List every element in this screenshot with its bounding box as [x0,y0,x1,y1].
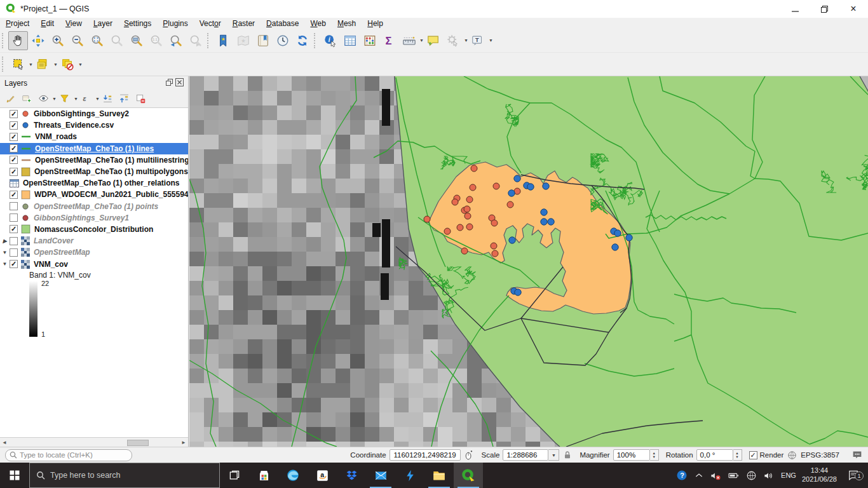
layer-item[interactable]: ▼✓OpenStreetMap [0,247,188,258]
layer-visibility-checkbox[interactable]: ✓ [10,214,18,222]
lock-scale-icon[interactable] [562,450,573,460]
rotation-spin-arrows[interactable]: ▲▼ [733,449,742,461]
toolbar-grip[interactable] [2,33,5,48]
open-attribute-table-button[interactable] [340,31,360,50]
layer-visibility-checkbox[interactable]: ✓ [10,144,18,152]
layer-name[interactable]: WDPA_WDOECM_Jun2021_Public_555594 [34,190,188,199]
deselect-features-button[interactable] [58,55,78,74]
layer-expander-icon[interactable]: ▼ [0,261,10,267]
pan-to-selection-button[interactable] [28,31,48,50]
refresh-map-button[interactable] [292,31,312,50]
select-features-button[interactable] [8,55,28,74]
filter-by-expression-button[interactable]: ε [78,92,95,107]
layer-visibility-checkbox[interactable]: ✓ [10,156,18,164]
layer-name[interactable]: NomascusConcolor_Distribution [34,225,154,234]
layer-expander-icon[interactable]: ▶ [0,238,10,244]
select-features-dropdown-icon[interactable]: ▼ [29,62,33,67]
layer-visibility-checkbox[interactable]: ✓ [10,191,18,199]
layer-visibility-checkbox[interactable]: ✓ [10,121,18,130]
taskbar-qgis-icon[interactable] [454,463,483,488]
layer-name[interactable]: LandCover [34,236,75,245]
layer-item[interactable]: ✓GibbonSightings_Survey2 [0,108,188,119]
layer-item[interactable]: ✓GibbonSightings_Survey1 [0,212,188,224]
measure-dropdown-icon[interactable]: ▼ [419,38,424,43]
identify-features-button[interactable]: i [320,31,340,50]
tray-expand-icon[interactable] [694,470,704,480]
filter-legend-button[interactable] [57,92,73,107]
pan-map-button[interactable] [8,31,28,50]
menu-edit[interactable]: Edit [35,19,60,28]
manage-map-themes-dropdown-icon[interactable]: ▼ [52,97,57,101]
layer-name[interactable]: OpenStreetMap_CheTao (1) multipolygons [34,167,188,176]
scale-dropdown-icon[interactable]: ▼ [548,449,559,461]
layers-horizontal-scrollbar[interactable]: ◄ ► [0,437,188,447]
float-panel-icon[interactable] [165,78,173,88]
battery-icon[interactable] [728,470,740,482]
map-tips-button[interactable] [424,31,444,50]
scroll-right-arrow[interactable]: ► [181,440,186,445]
rotation-spinbox[interactable]: 0,0 ° ▲▼ [696,449,742,461]
layer-name[interactable]: OpenStreetMap [34,248,92,257]
crs-value[interactable]: EPSG:3857 [801,451,839,459]
network-icon[interactable] [745,470,757,482]
taskbar-amazon-icon[interactable]: a [308,463,337,488]
taskbar-start-button[interactable] [0,463,29,488]
menu-settings[interactable]: Settings [118,19,157,28]
taskbar-mail-icon[interactable] [366,463,395,488]
layer-visibility-checkbox[interactable]: ✓ [10,237,18,245]
layer-visibility-checkbox[interactable]: ✓ [10,225,18,233]
menu-vector[interactable]: Vector [194,19,227,28]
layer-item[interactable]: ✓OpenStreetMap_CheTao (1) points [0,201,188,212]
locator-search-input[interactable]: Type to locate (Ctrl+K) [5,449,132,461]
layer-item[interactable]: ✓OpenStreetMap_CheTao (1) multilinestrin… [0,154,188,166]
scrollbar-thumb[interactable] [127,440,149,446]
toolbar-grip[interactable] [314,33,317,48]
layer-item[interactable]: ✓OpenStreetMap_CheTao (1) lines [0,143,188,154]
toolbar-grip[interactable] [207,33,210,48]
layer-visibility-checkbox[interactable]: ✓ [10,110,18,118]
crs-globe-icon[interactable] [787,450,797,461]
layer-item[interactable]: ✓Threats_Evidence.csv [0,119,188,131]
layer-visibility-checkbox[interactable]: ✓ [10,248,18,257]
layer-name[interactable]: OpenStreetMap_CheTao (1) multilinestring… [35,156,188,165]
coordinate-input[interactable]: 11601291,2498219 [390,449,461,461]
notifications-icon[interactable]: 1 [843,469,864,482]
select-by-form-button[interactable] [33,55,53,74]
deselect-features-dropdown-icon[interactable]: ▼ [78,62,83,67]
scale-combobox[interactable]: 1:288686 ▼ [503,449,559,461]
taskbar-edge-icon[interactable] [278,463,308,488]
expand-all-button[interactable] [100,92,116,107]
layer-name[interactable]: OpenStreetMap_CheTao (1) other_relations [23,179,181,187]
menu-view[interactable]: View [60,19,88,28]
layer-name[interactable]: GibbonSightings_Survey2 [34,109,130,118]
taskbar-search-input[interactable]: Type here to search [29,463,220,488]
magnifier-spin-arrows[interactable]: ▲▼ [650,449,659,461]
layer-name[interactable]: OpenStreetMap_CheTao (1) lines [35,144,155,153]
muted-audio-icon[interactable] [710,470,722,482]
statistical-summary-button[interactable] [360,31,379,50]
filter-by-expression-dropdown-icon[interactable]: ▼ [95,97,100,101]
menu-web[interactable]: Web [304,19,331,28]
volume-icon[interactable] [763,470,775,482]
text-annotation-dropdown-icon[interactable]: ▼ [489,38,493,43]
language-indicator[interactable]: ENG [781,471,796,479]
layer-name[interactable]: VNM_cov [34,260,69,269]
menu-project[interactable]: Project [0,19,35,28]
menu-raster[interactable]: Raster [227,19,261,28]
layer-item[interactable]: OpenStreetMap_CheTao (1) other_relations [0,177,188,189]
collapse-all-button[interactable] [116,92,133,107]
layer-item[interactable]: ✓NomascusConcolor_Distribution [0,224,188,235]
maximize-button[interactable] [810,0,839,18]
taskbar-task-view-icon[interactable] [220,463,249,488]
layer-visibility-checkbox[interactable]: ✓ [10,202,18,210]
zoom-full-extent-button[interactable] [87,31,107,50]
layer-item[interactable]: ▶✓LandCover [0,235,188,247]
manage-map-themes-button[interactable] [35,92,51,107]
add-group-button[interactable] [18,92,35,107]
taskbar-store-icon[interactable] [249,463,278,488]
clock[interactable]: 13:442021/06/28 [802,466,837,484]
layer-item[interactable]: ✓VNM_roads [0,131,188,142]
zoom-out-button[interactable] [67,31,87,50]
filter-legend-dropdown-icon[interactable]: ▼ [74,97,78,101]
remove-layer-button[interactable] [133,92,149,107]
